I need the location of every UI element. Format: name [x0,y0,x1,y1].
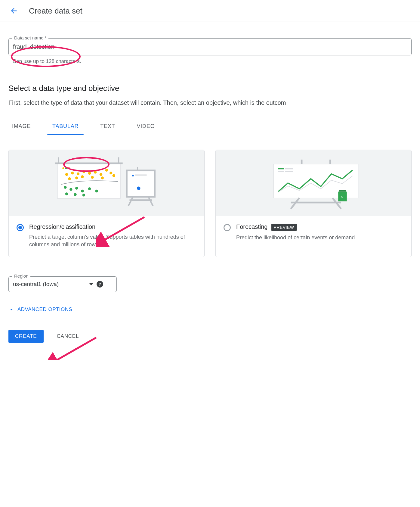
dataset-name-field[interactable]: Data set name * [8,38,412,55]
svg-point-12 [94,171,97,174]
regression-radio[interactable] [17,224,24,231]
tab-tabular[interactable]: TABULAR [51,119,80,135]
svg-rect-45 [285,171,293,172]
dataset-name-label: Data set name * [12,35,48,40]
svg-point-11 [88,172,91,175]
region-help-icon[interactable]: ? [97,281,103,288]
svg-point-24 [75,187,78,190]
section-title: Select a data type and objective [8,84,412,93]
regression-illustration [9,150,204,216]
svg-line-50 [291,198,299,209]
data-type-tabs: IMAGE TABULAR TEXT VIDEO [8,119,412,135]
card-forecasting[interactable]: AI Forecasting PREVIEW Predict the likel… [215,150,412,257]
svg-rect-42 [278,168,284,170]
svg-point-19 [91,176,94,179]
forecasting-radio[interactable] [224,224,231,231]
svg-line-38 [148,197,153,206]
region-select[interactable]: Region us-central1 (Iowa) ? [8,276,117,292]
svg-rect-0 [58,157,59,163]
svg-rect-32 [127,170,155,197]
tab-image[interactable]: IMAGE [11,119,32,135]
svg-rect-47 [339,190,346,192]
cancel-button[interactable]: CANCEL [55,333,81,340]
tab-text[interactable]: TEXT [99,119,116,135]
svg-point-23 [69,188,73,191]
svg-point-9 [76,173,79,176]
create-button[interactable]: CREATE [8,330,44,343]
svg-point-4 [62,167,64,169]
section-description: First, select the type of data that your… [8,98,412,107]
svg-rect-1 [118,157,119,163]
tab-video[interactable]: VIDEO [136,119,156,135]
svg-point-5 [65,167,67,169]
svg-point-35 [137,186,140,190]
svg-point-22 [64,186,67,189]
svg-point-29 [74,193,77,196]
svg-line-37 [128,197,133,206]
dropdown-caret-icon [89,283,93,285]
region-value: us-central1 (Iowa) [13,281,86,288]
forecasting-preview-badge: PREVIEW [271,224,297,231]
page-title: Create data set [29,6,82,16]
svg-point-20 [101,176,104,179]
svg-point-15 [110,172,113,175]
advanced-options-toggle[interactable]: ADVANCED OPTIONS [8,306,72,313]
svg-rect-2 [55,163,122,164]
regression-card-description: Predict a target column's value. Support… [29,233,196,248]
svg-point-16 [68,177,71,180]
svg-rect-43 [285,168,293,170]
dataset-name-input[interactable] [9,39,411,55]
svg-text:AI: AI [341,195,343,198]
svg-rect-44 [278,171,284,172]
svg-point-30 [82,194,85,197]
svg-point-13 [99,173,102,176]
regression-card-title: Regression/classification [29,223,95,230]
svg-point-33 [132,175,134,176]
svg-point-10 [82,170,85,173]
advanced-options-label: ADVANCED OPTIONS [17,306,72,313]
svg-point-14 [105,169,108,172]
forecasting-illustration: AI [216,150,411,216]
arrow-back-icon [10,7,18,15]
svg-point-21 [112,174,115,177]
dataset-name-hint: Can use up to 128 characters. [8,55,412,64]
svg-point-6 [68,167,70,169]
svg-point-7 [65,173,68,176]
svg-point-26 [88,187,91,190]
chevron-down-icon [8,306,14,313]
svg-point-28 [65,192,68,195]
svg-point-8 [71,172,74,175]
forecasting-card-title: Forecasting [236,223,268,230]
svg-point-18 [81,175,84,178]
region-label: Region [12,273,30,278]
card-regression-classification[interactable]: Regression/classification Predict a targ… [8,150,205,257]
svg-point-17 [75,176,78,179]
svg-point-25 [81,190,84,193]
forecasting-card-description: Predict the likelihood of certain events… [236,234,356,241]
svg-rect-34 [135,175,147,176]
svg-point-27 [95,190,98,193]
back-button[interactable] [8,5,19,16]
